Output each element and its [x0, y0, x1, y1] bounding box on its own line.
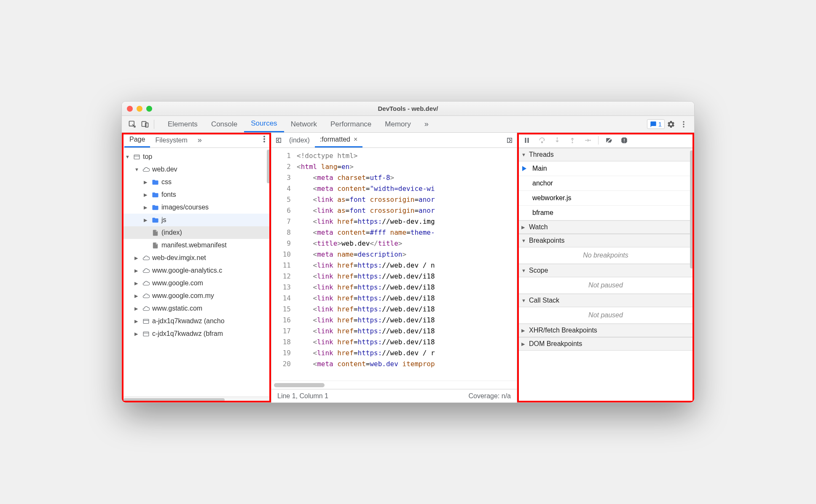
vertical-scrollbar[interactable]: [690, 150, 693, 268]
expand-toggle-icon[interactable]: ▶: [144, 192, 149, 198]
thread-item[interactable]: bframe: [517, 206, 694, 220]
file-tree[interactable]: ▼top▼web.dev▶css▶fonts▶images/courses▶js…: [122, 148, 271, 397]
tab-sources[interactable]: Sources: [244, 116, 284, 132]
editor-tab[interactable]: (index): [284, 133, 315, 147]
tree-item[interactable]: ▼top: [122, 150, 271, 163]
section-header[interactable]: ▼Breakpoints: [517, 234, 694, 247]
editor-tab-label: (index): [289, 137, 310, 144]
tree-item[interactable]: (index): [122, 226, 271, 239]
expand-toggle-icon[interactable]: ▶: [134, 306, 140, 311]
tree-item[interactable]: ▶js: [122, 214, 271, 226]
tab-elements[interactable]: Elements: [161, 116, 204, 132]
svg-point-5: [683, 126, 684, 127]
navigator-more-icon[interactable]: [260, 136, 268, 145]
maximize-window-button[interactable]: [146, 106, 152, 112]
tree-item[interactable]: ▶c-jdx1q7kwadwz (bfram: [122, 327, 271, 340]
expand-toggle-icon: ▶: [521, 328, 526, 333]
editor-scrollbar[interactable]: [271, 381, 517, 389]
expand-toggle-icon[interactable]: ▶: [134, 319, 140, 324]
expand-toggle-icon[interactable]: ▼: [125, 154, 130, 159]
tree-item[interactable]: ▶www.google-analytics.c: [122, 264, 271, 277]
tree-item[interactable]: ▶images/courses: [122, 201, 271, 214]
prev-tab-icon[interactable]: [273, 135, 284, 146]
tree-item-label: web-dev.imgix.net: [152, 254, 206, 262]
step-icon[interactable]: [581, 134, 594, 147]
tree-item[interactable]: ▶a-jdx1q7kwadwz (ancho: [122, 315, 271, 327]
folder-icon: [151, 178, 159, 186]
section-header[interactable]: ▶DOM Breakpoints: [517, 337, 694, 351]
pause-on-exceptions-icon[interactable]: [618, 134, 631, 147]
close-window-button[interactable]: [127, 106, 133, 112]
expand-toggle-icon[interactable]: ▶: [134, 293, 140, 299]
section-header[interactable]: ▼Threads: [517, 148, 694, 161]
section-header[interactable]: ▼Scope: [517, 264, 694, 277]
tree-item-label: www.google.com.my: [152, 292, 214, 300]
cloud-icon: [142, 305, 150, 312]
tree-item[interactable]: ▼web.dev: [122, 163, 271, 176]
tree-item-label: (index): [161, 229, 182, 236]
tree-item[interactable]: ▶fonts: [122, 188, 271, 201]
issues-badge[interactable]: 1: [647, 119, 665, 129]
svg-point-4: [683, 123, 684, 125]
expand-toggle-icon[interactable]: ▶: [144, 217, 149, 223]
tree-item[interactable]: ▶www.gstatic.com: [122, 302, 271, 315]
tab-performance[interactable]: Performance: [324, 116, 378, 132]
expand-toggle-icon: ▶: [521, 225, 526, 230]
editor-tab[interactable]: :formatted×: [315, 133, 362, 147]
expand-toggle-icon[interactable]: ▶: [144, 205, 149, 210]
code-content[interactable]: <!doctype html><html lang=en> <meta char…: [295, 148, 517, 381]
expand-toggle-icon[interactable]: ▼: [134, 167, 140, 172]
next-tab-icon[interactable]: [504, 135, 515, 146]
tree-item[interactable]: ▶web-dev.imgix.net: [122, 252, 271, 264]
tabs-overflow-button[interactable]: »: [418, 120, 435, 129]
settings-gear-icon[interactable]: [665, 118, 677, 131]
tree-item[interactable]: ▶www.google.com: [122, 277, 271, 290]
tree-item[interactable]: manifest.webmanifest: [122, 239, 271, 252]
tree-item-label: images/courses: [161, 204, 209, 211]
expand-toggle-icon[interactable]: ▶: [144, 180, 149, 185]
empty-state: No breakpoints: [517, 247, 694, 264]
more-menu-icon[interactable]: [677, 118, 690, 131]
tab-console[interactable]: Console: [204, 116, 244, 132]
empty-state: Not paused: [517, 277, 694, 294]
tree-item[interactable]: ▶www.google.com.my: [122, 290, 271, 302]
step-into-icon[interactable]: [551, 134, 564, 147]
pause-icon[interactable]: [521, 134, 533, 147]
editor-statusbar: Line 1, Column 1 Coverage: n/a: [271, 389, 517, 402]
thread-item[interactable]: anchor: [517, 176, 694, 191]
navigator-tab-page[interactable]: Page: [124, 133, 150, 147]
code-editor[interactable]: 1234567891011121314151617181920 <!doctyp…: [271, 148, 517, 381]
issues-count: 1: [658, 121, 662, 128]
step-out-icon[interactable]: [566, 134, 579, 147]
tab-network[interactable]: Network: [284, 116, 324, 132]
deactivate-breakpoints-icon[interactable]: [603, 134, 615, 147]
divider: [154, 120, 154, 129]
tree-item[interactable]: ▶css: [122, 176, 271, 188]
expand-toggle-icon[interactable]: ▶: [134, 255, 140, 261]
thread-item[interactable]: Main: [517, 161, 694, 176]
device-toolbar-icon[interactable]: [139, 118, 151, 131]
tab-memory[interactable]: Memory: [378, 116, 417, 132]
section-header[interactable]: ▶XHR/fetch Breakpoints: [517, 324, 694, 337]
inspect-element-icon[interactable]: [126, 118, 139, 131]
expand-toggle-icon[interactable]: ▶: [134, 331, 140, 337]
navigator-tab-filesystem[interactable]: Filesystem: [150, 133, 192, 147]
svg-rect-25: [624, 142, 625, 142]
main-tabs: ElementsConsoleSourcesNetworkPerformance…: [161, 116, 418, 132]
section-header[interactable]: ▼Call Stack: [517, 294, 694, 307]
tree-item-label: manifest.webmanifest: [161, 241, 227, 249]
tree-item-label: a-jdx1q7kwadwz (ancho: [152, 317, 225, 325]
thread-item[interactable]: webworker.js: [517, 191, 694, 206]
minimize-window-button[interactable]: [137, 106, 142, 112]
frame-icon: [133, 153, 140, 161]
vertical-scrollbar[interactable]: [267, 150, 270, 183]
svg-rect-9: [134, 155, 140, 159]
section-header[interactable]: ▶Watch: [517, 220, 694, 234]
step-over-icon[interactable]: [536, 134, 548, 147]
navigator-overflow[interactable]: »: [193, 133, 207, 147]
close-tab-icon[interactable]: ×: [354, 136, 357, 143]
expand-toggle-icon[interactable]: ▶: [134, 281, 140, 286]
file-icon: [151, 241, 159, 249]
horizontal-scrollbar[interactable]: [122, 397, 271, 402]
expand-toggle-icon[interactable]: ▶: [134, 268, 140, 273]
